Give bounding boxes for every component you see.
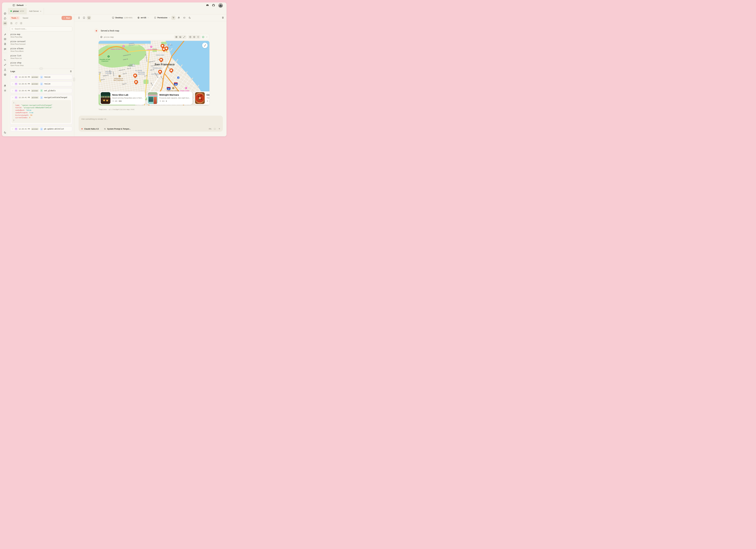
tool-list-item[interactable]: pizza-albums Show Pizza Album xyxy=(10,46,72,53)
flask-icon[interactable] xyxy=(3,67,7,72)
pointer-tool-button[interactable] xyxy=(171,16,175,20)
expand-chevron-icon[interactable] xyxy=(12,128,13,130)
restaurant-description: Award-winning Neapolitan pies in Nort... xyxy=(112,97,143,99)
fish-icon[interactable] xyxy=(3,21,7,25)
log-time: 12:26:56 PM xyxy=(19,76,30,78)
drag-grip-icon[interactable] xyxy=(39,68,43,69)
log-entry[interactable]: 12:26:56 PM pizzaz resize xyxy=(10,75,72,79)
cube-icon[interactable] xyxy=(3,72,7,77)
restaurant-card[interactable]: Cinc Thin- 4.5 xyxy=(194,91,209,105)
tool-call-bar[interactable]: pizza-map xyxy=(99,34,209,40)
tool-name: pizza-carousel xyxy=(10,40,72,42)
device-tablet-button[interactable] xyxy=(82,16,86,20)
restaurant-cards: Nova Slice Lab Award-winning Neapolitan … xyxy=(100,91,209,105)
save-tool-icon[interactable] xyxy=(10,22,13,24)
sliders-icon[interactable] xyxy=(104,128,106,130)
tab-saved[interactable]: Saved xyxy=(23,17,28,19)
tools-logs-panel: Tools 5 Saved Run xyxy=(8,14,74,136)
image-frame-icon[interactable] xyxy=(179,36,181,38)
expand-icon[interactable] xyxy=(183,36,185,38)
window-event-icon xyxy=(15,96,18,99)
monitor-icon xyxy=(112,16,114,19)
tool-list-item[interactable]: pizza-shop Open Pizzaz Shop xyxy=(10,60,72,67)
log-server-badge: pizzaz xyxy=(31,96,39,99)
map-expand-button[interactable] xyxy=(202,43,208,48)
app-window: Default xyxy=(2,2,226,136)
discord-icon[interactable] xyxy=(206,4,209,7)
package-icon[interactable] xyxy=(193,36,195,38)
expand-chevron-icon[interactable] xyxy=(12,76,13,78)
assistant-spark-icon xyxy=(94,28,99,33)
pizza-map-widget[interactable]: MARINA DISTRICT TELEGRAPH HILL Palace of… xyxy=(99,41,209,105)
device-label[interactable]: Desktop xyxy=(115,17,123,19)
log-entry-expanded[interactable]: 12:26:41 PM pizzaz navigationStateChange… xyxy=(10,95,72,124)
tool-list-item[interactable]: pizza-map Show Pizza Map xyxy=(10,32,72,39)
avatar[interactable] xyxy=(218,3,223,8)
layout-grid-icon[interactable] xyxy=(175,36,178,38)
collapse-chevron-icon[interactable] xyxy=(12,97,13,98)
composer-input[interactable] xyxy=(81,118,221,125)
chevron-down-icon[interactable] xyxy=(206,36,208,38)
expand-chevron-icon[interactable] xyxy=(12,83,13,85)
success-check-icon xyxy=(202,36,204,38)
sidebar-toggle-icon[interactable] xyxy=(13,4,15,7)
locale-selector[interactable]: en-US xyxy=(141,17,146,19)
permission-selector[interactable]: Permissive xyxy=(157,17,167,19)
restaurant-photo xyxy=(101,92,110,104)
composer[interactable]: Claude Haiku 4.5 System Prompt & Temper.… xyxy=(79,116,223,132)
link-icon[interactable] xyxy=(3,63,7,67)
panel-splitter-horizontal[interactable] xyxy=(8,68,74,69)
model-selector[interactable]: Claude Haiku 4.5 xyxy=(84,128,99,130)
tools-search[interactable] xyxy=(10,26,72,31)
message-code-icon[interactable] xyxy=(3,47,7,51)
payload-field: canGoBack: false xyxy=(13,109,69,112)
file-code-icon[interactable] xyxy=(3,42,7,46)
chat-icon[interactable] xyxy=(3,16,7,20)
refresh-tools-icon[interactable] xyxy=(15,22,18,24)
hammer-tools-icon[interactable] xyxy=(3,32,7,36)
run-button[interactable]: Run xyxy=(62,16,72,20)
panel-splitter-vertical[interactable] xyxy=(73,78,75,81)
tab-add-server[interactable]: Add Server + xyxy=(27,8,44,14)
highway-shield: 80 xyxy=(167,87,171,90)
shield-icon[interactable] xyxy=(197,36,199,38)
log-entry[interactable]: 12:26:41 PM pizzaz set_globals xyxy=(10,88,72,93)
restaurant-card[interactable]: Nova Slice Lab Award-winning Neapolitan … xyxy=(100,91,145,105)
github-icon[interactable] xyxy=(212,4,215,7)
log-entry[interactable]: 12:26:41 PM pizzaz pb-update-whitelist xyxy=(10,126,72,131)
tool-list-item[interactable]: pizza-list Show Pizza List xyxy=(10,53,72,60)
hand-gesture-icon[interactable] xyxy=(3,83,7,88)
gear-icon[interactable] xyxy=(3,88,7,93)
activity-icon[interactable] xyxy=(3,58,7,62)
map-poi-icon xyxy=(172,87,174,89)
workspace-selector[interactable]: Default xyxy=(17,4,24,6)
database-icon[interactable] xyxy=(189,36,191,38)
icon-rail xyxy=(2,8,8,136)
dark-mode-button[interactable] xyxy=(188,16,192,20)
logo-swirl-icon[interactable] xyxy=(3,11,7,16)
device-phone-button[interactable] xyxy=(77,16,81,20)
clear-logs-trash-icon[interactable] xyxy=(70,70,72,72)
tab-pizzaz[interactable]: pizzaz HTTP xyxy=(8,8,27,14)
expand-chevron-icon[interactable] xyxy=(12,90,13,91)
device-desktop-button[interactable] xyxy=(87,16,91,20)
clear-preview-trash-icon[interactable] xyxy=(222,16,224,19)
tools-count-badge: 5 xyxy=(17,17,18,19)
tab-tools[interactable]: Tools 5 xyxy=(10,16,20,20)
collapse-panel-icon[interactable] xyxy=(20,22,22,24)
frame-tool-button[interactable] xyxy=(182,16,186,20)
log-entry[interactable]: 12:26:41 PM pizzaz resize xyxy=(10,81,72,86)
direction-icon xyxy=(40,82,43,85)
search-input[interactable] xyxy=(14,28,71,30)
system-prompt-settings[interactable]: System Prompt & Temper... xyxy=(107,128,131,130)
restaurant-card[interactable]: Midnight Marinara Focaccia-style squares… xyxy=(147,91,192,105)
log-time: 12:26:41 PM xyxy=(19,90,30,92)
hand-tool-button[interactable] xyxy=(177,16,181,20)
moon-theme-icon[interactable] xyxy=(3,130,7,134)
book-docs-icon[interactable] xyxy=(3,37,7,41)
chevron-down-icon[interactable] xyxy=(25,4,27,6)
log-time: 12:26:41 PM xyxy=(19,96,30,98)
context-usage: 0% xyxy=(209,128,211,130)
tool-list-item[interactable]: pizza-carousel Show Pizza Carousel xyxy=(10,39,72,46)
send-button[interactable] xyxy=(218,128,220,130)
